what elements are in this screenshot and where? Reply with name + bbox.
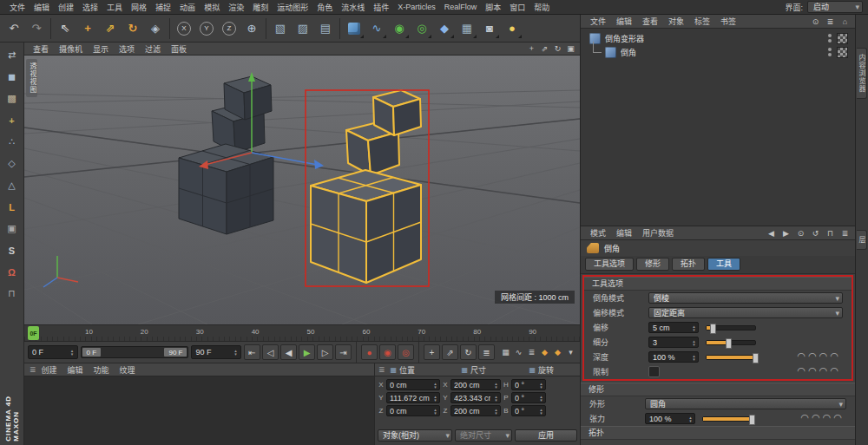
keyframe-preset2-icon[interactable]: ◆ bbox=[552, 347, 563, 357]
spinner-icon[interactable] bbox=[432, 395, 438, 402]
lock-z-axis-button[interactable]: Z bbox=[218, 17, 240, 40]
viewport-solo-button[interactable]: ▣ bbox=[2, 219, 23, 239]
undo-button[interactable]: ↶ bbox=[3, 17, 25, 40]
attribute-number-field[interactable]: 3 bbox=[648, 337, 699, 348]
attribute-slider[interactable] bbox=[706, 340, 756, 345]
menubar-item-7[interactable]: 捕捉 bbox=[151, 2, 175, 13]
timeline-menu-icon[interactable]: ≣ bbox=[526, 347, 537, 357]
material-menu-icon[interactable] bbox=[30, 365, 36, 374]
attribute-number-field[interactable]: 100 % bbox=[645, 413, 695, 424]
object-row-2[interactable]: 倒角 bbox=[581, 45, 855, 59]
size-y-field[interactable]: 423.343 cm bbox=[450, 392, 501, 403]
am-history-icon[interactable]: ↺ bbox=[810, 228, 821, 239]
workplane-mode-button[interactable]: + bbox=[2, 110, 23, 130]
visibility-dots-icon[interactable] bbox=[828, 34, 832, 43]
coordinate-system-toggle[interactable]: ⊕ bbox=[240, 17, 263, 40]
render-view-button[interactable]: ▧ bbox=[269, 17, 292, 40]
attribute-tab-1[interactable]: 工具选项 bbox=[585, 258, 634, 271]
attribute-tab-2[interactable]: 修形 bbox=[636, 258, 669, 271]
visibility-dots-icon[interactable] bbox=[828, 48, 832, 56]
redo-button[interactable]: ↷ bbox=[25, 17, 48, 40]
pan-view-icon[interactable]: + bbox=[526, 43, 537, 54]
size-x-field[interactable]: 200 cm bbox=[450, 379, 501, 390]
material-menu-2[interactable]: 编辑 bbox=[62, 364, 89, 376]
attribute-menu-1[interactable]: 模式 bbox=[585, 227, 611, 239]
menubar-item-19[interactable]: 窗口 bbox=[505, 2, 529, 13]
spinner-icon[interactable] bbox=[432, 408, 438, 415]
menubar-item-5[interactable]: 工具 bbox=[102, 2, 127, 13]
attribute-menu-2[interactable]: 编辑 bbox=[611, 227, 637, 239]
viewport-menu-5[interactable]: 过滤 bbox=[140, 43, 166, 55]
menubar-item-2[interactable]: 编辑 bbox=[30, 2, 54, 13]
menubar-item-4[interactable]: 选择 bbox=[78, 2, 102, 13]
am-forward-icon[interactable]: ▶ bbox=[780, 228, 792, 239]
menubar-item-17[interactable]: RealFlow bbox=[440, 3, 482, 11]
viewport-menu-2[interactable]: 摄像机 bbox=[54, 43, 88, 55]
texture-mode-button[interactable]: ▩ bbox=[2, 88, 23, 108]
attribute-slider[interactable] bbox=[706, 355, 756, 360]
keyframe-preset-icon[interactable]: ◆ bbox=[539, 347, 550, 357]
toggle-view-icon[interactable]: ▣ bbox=[565, 43, 576, 54]
position-z-field[interactable]: 0 cm bbox=[386, 405, 440, 416]
viewport-menu-3[interactable]: 显示 bbox=[88, 43, 114, 55]
start-frame-field[interactable]: 0 F bbox=[28, 345, 78, 359]
spinner-icon[interactable] bbox=[538, 395, 544, 402]
play-button[interactable]: ▶ bbox=[299, 344, 315, 360]
am-search-icon[interactable]: ⊙ bbox=[795, 228, 806, 239]
menubar-item-20[interactable]: 帮助 bbox=[529, 2, 554, 13]
menubar-item-11[interactable]: 雕刻 bbox=[248, 2, 273, 13]
material-menu-3[interactable]: 功能 bbox=[89, 364, 115, 376]
fcurve-icon[interactable]: ∿ bbox=[513, 347, 524, 357]
attribute-number-field[interactable]: 5 cm bbox=[648, 322, 699, 333]
scale-tool[interactable]: ⇗ bbox=[99, 17, 122, 40]
workplane-lock-button[interactable]: ⊓ bbox=[2, 284, 23, 304]
object-menu-1[interactable]: 文件 bbox=[585, 16, 611, 27]
record-scale-toggle[interactable]: ⇗ bbox=[442, 344, 458, 360]
attribute-dropdown[interactable]: 固定距离 bbox=[648, 307, 843, 318]
attribute-checkbox[interactable] bbox=[648, 366, 660, 377]
attribute-tab-4[interactable]: 工具 bbox=[707, 258, 740, 271]
goto-end-button[interactable]: ⇥ bbox=[335, 344, 352, 360]
spinner-icon[interactable] bbox=[233, 349, 239, 356]
last-used-tool[interactable]: ◈ bbox=[144, 17, 167, 40]
menubar-item-10[interactable]: 渲染 bbox=[224, 2, 248, 13]
lights-menu[interactable]: ● bbox=[501, 17, 523, 40]
record-parameter-toggle[interactable]: ≣ bbox=[478, 344, 495, 360]
lock-y-axis-button[interactable]: Y bbox=[195, 17, 218, 40]
subdivision-surface-menu[interactable]: ◉ bbox=[388, 17, 411, 40]
add-cube-menu[interactable] bbox=[343, 17, 365, 40]
dock-tab-2[interactable]: 层 bbox=[857, 230, 867, 250]
object-menu-5[interactable]: 标签 bbox=[689, 16, 715, 27]
size-z-field[interactable]: 200 cm bbox=[450, 405, 501, 416]
viewport-menu-4[interactable]: 选项 bbox=[114, 43, 140, 55]
next-frame-button[interactable]: ▷ bbox=[317, 344, 333, 360]
display-checker-icon[interactable] bbox=[837, 47, 848, 58]
lock-x-axis-button[interactable]: X bbox=[173, 17, 195, 40]
attribute-number-field[interactable]: 100 % bbox=[648, 351, 699, 363]
spinner-icon[interactable] bbox=[538, 382, 544, 389]
generators-menu[interactable]: ◎ bbox=[411, 17, 433, 40]
rotate-tool[interactable]: ↻ bbox=[122, 17, 144, 40]
menubar-item-18[interactable]: 脚本 bbox=[481, 2, 505, 13]
om-search-icon[interactable]: ⊙ bbox=[810, 16, 821, 27]
attribute-tab-3[interactable]: 拓扑 bbox=[672, 258, 705, 271]
position-x-field[interactable]: 0 cm bbox=[386, 379, 440, 390]
polygons-mode-button[interactable]: △ bbox=[2, 175, 23, 195]
object-menu-4[interactable]: 对象 bbox=[663, 16, 689, 27]
record-position-toggle[interactable]: + bbox=[424, 344, 440, 360]
size-mode-select[interactable]: 绝对尺寸 bbox=[455, 429, 512, 442]
spinner-icon[interactable] bbox=[69, 349, 76, 356]
range-end-handle[interactable]: 90 F bbox=[164, 348, 187, 357]
object-menu-2[interactable]: 编辑 bbox=[611, 16, 637, 27]
spinner-icon[interactable] bbox=[493, 408, 499, 415]
view-label[interactable]: 透视视图 bbox=[26, 59, 37, 97]
live-selection-tool[interactable]: ⇖ bbox=[54, 17, 76, 40]
attribute-slider[interactable] bbox=[706, 325, 756, 330]
spinner-icon[interactable] bbox=[691, 324, 697, 331]
snap-toggle-button[interactable]: S bbox=[2, 240, 23, 260]
spinner-icon[interactable] bbox=[493, 395, 499, 402]
menubar-item-6[interactable]: 网格 bbox=[127, 2, 151, 13]
enable-axis-button[interactable]: L bbox=[2, 197, 23, 217]
spinner-icon[interactable] bbox=[432, 382, 438, 389]
timeline-dropdown-icon[interactable]: ▾ bbox=[565, 347, 576, 357]
